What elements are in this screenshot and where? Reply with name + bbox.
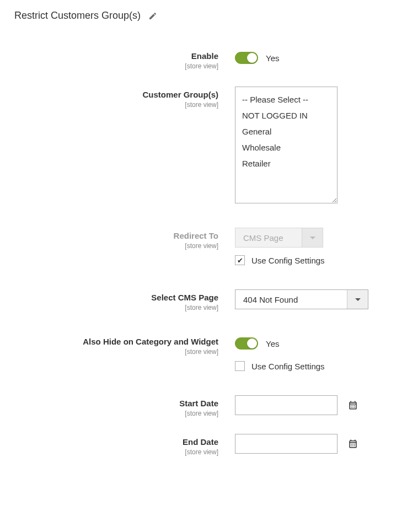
also-hide-use-config-label: Use Config Settings (251, 362, 325, 371)
field-start-date: Start Date [store view] (14, 395, 404, 417)
field-control-col: -- Please Select -- NOT LOGGED IN Genera… (235, 87, 404, 203)
field-select-cms-page: Select CMS Page [store view] 404 Not Fou… (14, 289, 404, 311)
multiselect-option[interactable]: -- Please Select -- (235, 92, 337, 108)
field-control-col: CMS Page (235, 228, 404, 248)
scope-text: [store view] (14, 101, 218, 109)
field-label-col: Redirect To [store view] (14, 228, 235, 250)
redirect-to-select: CMS Page (235, 228, 323, 248)
field-control-col: Yes (235, 48, 404, 68)
field-label-col: Enable [store view] (14, 48, 235, 70)
field-end-date: End Date [store view] (14, 434, 404, 456)
section-title: Restrict Customers Group(s) (14, 10, 141, 22)
customer-groups-label: Customer Group(s) (14, 90, 218, 100)
field-label-col: Also Hide on Category and Widget [store … (14, 334, 235, 356)
scope-text: [store view] (14, 304, 218, 311)
redirect-to-use-config-label: Use Config Settings (251, 256, 325, 265)
multiselect-option[interactable]: NOT LOGGED IN (235, 108, 337, 123)
field-control-col (235, 434, 404, 454)
start-date-input[interactable] (241, 400, 348, 411)
redirect-to-use-config-row: Use Config Settings (235, 255, 404, 265)
end-date-input-wrap (235, 434, 337, 454)
multiselect-option[interactable]: Retailer (235, 155, 337, 171)
enable-toggle[interactable] (235, 52, 258, 64)
redirect-to-use-config-checkbox[interactable] (235, 255, 245, 265)
also-hide-use-config-checkbox[interactable] (235, 361, 245, 371)
select-value: CMS Page (235, 228, 302, 247)
field-also-hide: Also Hide on Category and Widget [store … (14, 334, 404, 356)
scope-text: [store view] (14, 348, 218, 356)
enable-value: Yes (266, 53, 279, 63)
field-enable: Enable [store view] Yes (14, 48, 404, 70)
section-header: Restrict Customers Group(s) (0, 0, 418, 26)
customer-groups-multiselect[interactable]: -- Please Select -- NOT LOGGED IN Genera… (235, 87, 337, 203)
select-value: 404 Not Found (235, 290, 347, 309)
calendar-icon[interactable] (348, 400, 358, 410)
also-hide-toggle[interactable] (235, 337, 258, 350)
end-date-label: End Date (14, 437, 218, 447)
calendar-icon[interactable] (348, 439, 358, 449)
field-customer-groups: Customer Group(s) [store view] -- Please… (14, 87, 404, 203)
chevron-down-icon (302, 228, 323, 247)
field-control-col: 404 Not Found (235, 289, 404, 309)
pencil-icon[interactable] (148, 12, 157, 20)
select-cms-page-select[interactable]: 404 Not Found (235, 289, 368, 309)
chevron-down-icon (347, 290, 368, 309)
scope-text: [store view] (14, 410, 218, 417)
form-area: Enable [store view] Yes Customer Group(s… (0, 26, 418, 467)
enable-label: Enable (14, 51, 218, 61)
also-hide-value: Yes (266, 339, 279, 348)
field-label-col: End Date [store view] (14, 434, 235, 456)
field-redirect-to: Redirect To [store view] CMS Page (14, 228, 404, 250)
end-date-input[interactable] (241, 439, 348, 449)
start-date-input-wrap (235, 395, 337, 415)
field-label-col: Select CMS Page [store view] (14, 289, 235, 311)
scope-text: [store view] (14, 242, 218, 250)
field-control-col: Yes (235, 334, 404, 353)
field-control-col (235, 395, 404, 415)
scope-text: [store view] (14, 448, 218, 456)
start-date-label: Start Date (14, 399, 218, 409)
field-label-col: Customer Group(s) [store view] (14, 87, 235, 109)
multiselect-option[interactable]: General (235, 123, 337, 139)
field-label-col: Start Date [store view] (14, 395, 235, 417)
also-hide-use-config-row: Use Config Settings (235, 361, 404, 371)
redirect-to-label: Redirect To (14, 231, 218, 241)
select-cms-page-label: Select CMS Page (14, 293, 218, 303)
also-hide-label: Also Hide on Category and Widget (14, 337, 218, 347)
scope-text: [store view] (14, 62, 218, 70)
multiselect-option[interactable]: Wholesale (235, 139, 337, 155)
